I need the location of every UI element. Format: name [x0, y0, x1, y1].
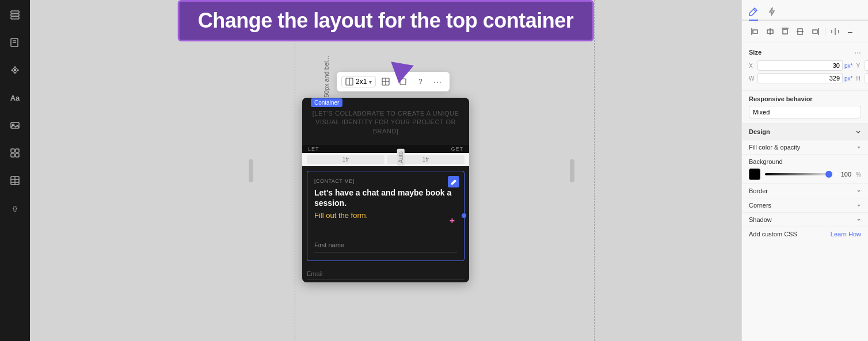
learn-how-link[interactable]: Learn How [831, 231, 861, 237]
background-row: Background 100 % [742, 155, 868, 184]
mobile-hero-text: [LET'S COLLABORATE TO CREATE A UNIQUE VI… [311, 109, 460, 136]
lightning-icon [767, 7, 776, 16]
align-top-icon [781, 28, 789, 36]
auto-label: Auto [397, 149, 405, 166]
layout-dropdown-icon: ▾ [369, 79, 372, 85]
sidebar-icon-blocks[interactable] [7, 145, 23, 161]
svg-rect-30 [753, 30, 757, 33]
grid-icon [382, 78, 390, 86]
align-left-icon [751, 28, 759, 36]
border-label: Border [749, 187, 768, 194]
element-toolbar[interactable]: 2x1 ▾ ? ··· [337, 72, 450, 91]
sidebar-icon-code[interactable]: {} [7, 200, 23, 216]
background-label: Background [749, 158, 861, 165]
sidebar-icon-pages[interactable] [7, 35, 23, 51]
y-input[interactable] [865, 60, 868, 71]
mobile-footer: Email [302, 266, 469, 282]
container-label-badge: Container [311, 97, 342, 107]
corners-row[interactable]: Corners [742, 198, 868, 213]
responsive-select[interactable]: Mixed Fixed Fluid [749, 106, 861, 118]
minus-btn[interactable]: – [844, 25, 856, 38]
tab-interactions[interactable] [767, 5, 776, 20]
shadow-label: Shadow [749, 216, 772, 223]
size-section-header[interactable]: Size ··· [749, 48, 861, 57]
y-label: Y [856, 63, 863, 69]
sidebar-icon-typography[interactable]: Aa [7, 90, 23, 106]
left-sidebar: Aa {} [0, 0, 30, 341]
corners-expand-icon [856, 203, 861, 208]
svg-line-28 [753, 9, 756, 12]
x-input[interactable] [757, 60, 843, 71]
sidebar-icon-layers[interactable] [7, 7, 23, 23]
align-right-btn[interactable] [809, 25, 821, 38]
border-expand-icon [856, 189, 861, 193]
opacity-slider[interactable] [765, 173, 836, 175]
form-field-email[interactable]: Email [307, 268, 465, 280]
fill-color-row[interactable]: Fill color & opacity [742, 140, 868, 155]
svg-rect-2 [11, 17, 19, 19]
grid-header-row: 1fr 1fr [302, 153, 469, 166]
fill-expand-icon [856, 145, 861, 150]
right-panel: – Size ··· X px* Y px* W px* [741, 0, 868, 341]
svg-rect-17 [16, 154, 19, 157]
y-input-group: Y px* [856, 60, 868, 71]
label-let: LET [308, 146, 319, 152]
svg-rect-0 [11, 11, 19, 13]
size-more-btn[interactable]: ··· [854, 48, 861, 57]
size-section-title: Size [749, 49, 762, 56]
w-input-group: W px* [749, 73, 852, 83]
mobile-frame: [LET'S COLLABORATE TO CREATE A UNIQUE VI… [302, 98, 469, 282]
section-labels-row: LET GET [302, 145, 469, 153]
circle-handle[interactable] [462, 213, 466, 218]
w-unit[interactable]: px* [844, 75, 852, 82]
plus-indicator: + [450, 216, 455, 226]
opacity-percent: % [856, 171, 861, 178]
opacity-value: 100 [841, 171, 851, 178]
x-input-group: X px* [749, 60, 852, 71]
form-field-firstname[interactable]: First name [314, 238, 457, 252]
mobile-content-area: [CONTACT ME] Let's have a chat and maybe… [302, 166, 469, 265]
h-input[interactable] [865, 73, 868, 83]
design-collapse-icon [855, 129, 861, 135]
svg-point-7 [14, 70, 16, 71]
align-middle-btn[interactable] [794, 25, 806, 38]
svg-rect-1 [11, 14, 19, 16]
tab-design[interactable] [749, 5, 758, 21]
background-control: 100 % [749, 168, 861, 180]
shadow-row[interactable]: Shadow [742, 213, 868, 227]
w-input[interactable] [757, 73, 843, 83]
contact-label: [CONTACT ME] [314, 178, 457, 184]
edit-icon-btn[interactable] [448, 176, 459, 187]
canvas-area: Change the layout for the top container … [30, 0, 741, 341]
canvas: Mobile (750px and bel... 2x1 ▾ [30, 0, 741, 341]
svg-rect-16 [11, 154, 14, 157]
fill-color-label: Fill color & opacity [749, 144, 800, 151]
grid-btn[interactable] [378, 74, 393, 89]
x-unit[interactable]: px* [844, 63, 852, 69]
sidebar-icon-media[interactable] [7, 117, 23, 133]
bg-color-swatch[interactable] [749, 168, 760, 180]
responsive-title: Responsive behavior [749, 95, 861, 102]
panel-tabs [742, 0, 868, 21]
align-left-btn[interactable] [749, 25, 762, 38]
shadow-expand-icon [856, 217, 861, 222]
drag-handle-left[interactable] [249, 159, 253, 182]
sidebar-icon-components[interactable] [7, 62, 23, 78]
sidebar-icon-table[interactable] [7, 173, 23, 189]
title-text: Change the layout for the top container [198, 9, 574, 33]
design-section-header[interactable]: Design [742, 124, 868, 140]
drag-handle-right[interactable] [570, 159, 574, 182]
align-right-icon [811, 28, 819, 36]
border-row[interactable]: Border [742, 184, 868, 198]
design-title: Design [749, 128, 770, 135]
layout-selector[interactable]: 2x1 ▾ [341, 76, 376, 87]
opacity-thumb[interactable] [825, 171, 832, 178]
align-top-btn[interactable] [779, 25, 791, 38]
corners-label: Corners [749, 202, 771, 209]
svg-rect-38 [813, 30, 817, 33]
align-separator [825, 27, 825, 36]
align-center-h-icon [766, 28, 774, 36]
more-btn[interactable]: ··· [430, 74, 445, 89]
align-center-btn[interactable] [764, 25, 776, 38]
distribute-btn[interactable] [829, 25, 842, 38]
